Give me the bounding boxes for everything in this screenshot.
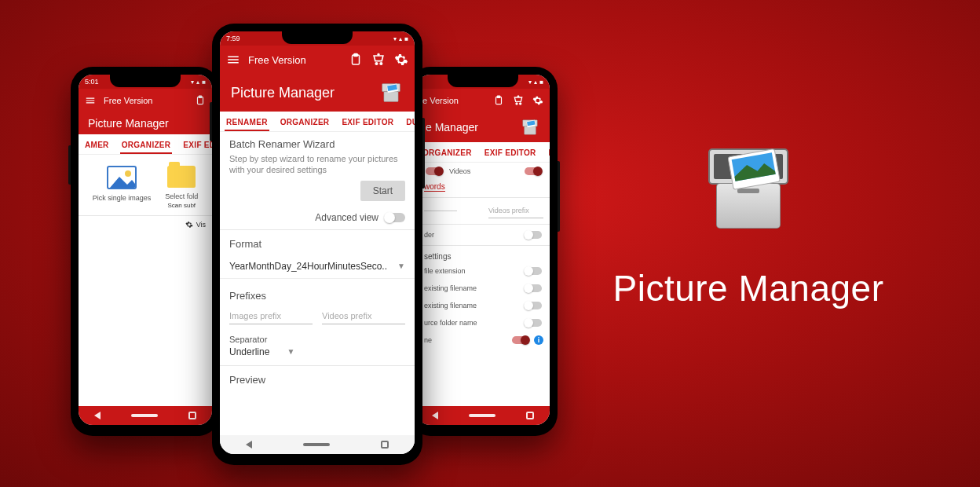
clipboard-icon[interactable]: [349, 53, 363, 67]
select-folder-card[interactable]: Select fold Scan subf: [165, 166, 198, 209]
separator-label: Separator: [229, 335, 267, 344]
svg-marker-9: [110, 177, 135, 188]
tab-renamer[interactable]: RENAMER: [220, 112, 274, 131]
nav-home-icon[interactable]: [469, 414, 495, 417]
app-cabinet-icon: [378, 80, 404, 105]
gear-icon[interactable]: [532, 95, 543, 106]
tab-exif[interactable]: EXIF EDITOR: [177, 134, 212, 154]
videos-prefix-input[interactable]: [488, 203, 543, 218]
app-title-fragment: e Manager: [426, 121, 478, 134]
toggle[interactable]: [525, 302, 542, 309]
nav-back-icon[interactable]: [432, 412, 438, 419]
videos-label: Videos: [449, 167, 470, 175]
cart-icon[interactable]: [512, 94, 525, 107]
svg-rect-11: [497, 96, 500, 97]
toggle[interactable]: [525, 267, 542, 275]
status-time: 7:59: [226, 35, 240, 42]
toggle[interactable]: [525, 231, 542, 239]
svg-rect-15: [525, 126, 536, 134]
svg-point-12: [516, 103, 517, 104]
toolbar-title: Free Version: [104, 96, 152, 105]
toolbar: Free Version: [220, 46, 415, 74]
phone-center: 7:59 ▾▴■ Free Version: [212, 24, 422, 465]
settings-section-label: settings: [416, 247, 550, 262]
nav-recents-icon[interactable]: [381, 441, 389, 449]
nav-home-icon[interactable]: [303, 443, 330, 446]
tab-duplicates[interactable]: DUPLICA: [400, 112, 415, 131]
tab-exif[interactable]: EXIF EDITOR: [478, 142, 543, 162]
separator-value: Underline: [229, 346, 269, 357]
toggle[interactable]: [525, 319, 542, 327]
tab-exif[interactable]: EXIF EDITOR: [335, 112, 400, 131]
svg-rect-19: [354, 54, 358, 57]
svg-point-20: [375, 63, 378, 65]
nav-back-icon[interactable]: [246, 441, 252, 449]
chevron-down-icon: ▼: [287, 347, 294, 356]
format-dropdown[interactable]: YearMonthDay_24HourMinutesSeco.. ▼: [220, 254, 415, 279]
pick-single-card[interactable]: Pick single images: [93, 166, 152, 209]
svg-rect-4: [737, 189, 759, 193]
advanced-view-toggle[interactable]: [385, 213, 405, 222]
videos-prefix-input[interactable]: [322, 308, 405, 324]
cart-icon[interactable]: [371, 52, 386, 68]
nav-back-icon[interactable]: [94, 412, 101, 419]
clipboard-icon[interactable]: [493, 95, 504, 106]
svg-rect-23: [384, 92, 398, 102]
hero-title: Picture Manager: [613, 267, 884, 309]
clipboard-icon[interactable]: [195, 95, 206, 106]
toolbar-title: Free Version: [248, 54, 306, 66]
images-prefix-input[interactable]: [229, 308, 313, 324]
preview-label: Preview: [229, 374, 405, 386]
nav-recents-icon[interactable]: [526, 412, 534, 419]
android-navbar: [416, 406, 550, 425]
advanced-view-label: Advanced view: [315, 212, 378, 223]
toolbar: Free Version: [79, 89, 212, 112]
titlebar: Picture Manager: [220, 74, 415, 112]
visible-row[interactable]: Vis: [79, 218, 212, 232]
gear-icon[interactable]: [394, 53, 408, 67]
phone-right: ▾▴■ e Version e Manager: [408, 67, 558, 436]
tab-renamer[interactable]: AMER: [79, 134, 115, 154]
info-icon[interactable]: i: [534, 335, 543, 345]
prefixes-label: Prefixes: [229, 290, 405, 302]
pick-single-label: Pick single images: [93, 194, 152, 202]
nav-home-icon[interactable]: [131, 414, 158, 417]
chevron-down-icon: ▼: [397, 262, 405, 270]
subfolder-row: der: [416, 226, 550, 244]
tabs: RENAMER ORGANIZER EXIF EDITOR DUPLICA: [220, 112, 415, 132]
start-button[interactable]: Start: [360, 181, 405, 201]
titlebar: Picture Manager: [79, 112, 212, 134]
menu-icon[interactable]: [226, 53, 240, 67]
toggle[interactable]: [426, 167, 443, 175]
scan-sub-label: Scan subf: [167, 202, 196, 209]
toggle[interactable]: [525, 284, 542, 292]
tab-organizer[interactable]: ORGANIZER: [416, 142, 478, 162]
app-title: Picture Manager: [231, 85, 335, 101]
toolbar-title-fragment: e Version: [422, 96, 459, 105]
separator-dropdown[interactable]: Underline ▼: [220, 345, 415, 364]
wizard-desc: Step by step wizard to rename your pictu…: [229, 153, 405, 176]
gear-icon: [185, 221, 193, 229]
format-label: Format: [229, 238, 405, 250]
toggle[interactable]: [512, 336, 529, 344]
app-cabinet-icon: [693, 134, 803, 244]
tab-organizer[interactable]: ORGANIZER: [274, 112, 336, 131]
svg-point-21: [380, 63, 382, 65]
toolbar: e Version: [416, 89, 550, 112]
tab-organizer[interactable]: ORGANIZER: [115, 134, 177, 154]
tabs: ORGANIZER EXIF EDITOR DUPLICA: [416, 142, 550, 163]
android-navbar: [220, 435, 415, 454]
phone-left: 5:01 ▾▴■ Free Version Picture Manager AM…: [71, 67, 220, 436]
nav-recents-icon[interactable]: [188, 412, 196, 419]
app-title: Picture Manager: [88, 117, 169, 130]
status-time: 5:01: [85, 78, 99, 86]
visible-label: Vis: [196, 221, 206, 229]
toggle[interactable]: [525, 167, 542, 175]
menu-icon[interactable]: [85, 95, 96, 106]
svg-rect-8: [199, 96, 202, 97]
titlebar: e Manager: [416, 112, 550, 142]
tab-duplicates[interactable]: DUPLICA: [543, 142, 550, 162]
svg-point-13: [520, 103, 521, 104]
advanced-view-row: Advanced view: [220, 207, 415, 228]
tabs: AMER ORGANIZER EXIF EDITOR: [79, 134, 212, 155]
